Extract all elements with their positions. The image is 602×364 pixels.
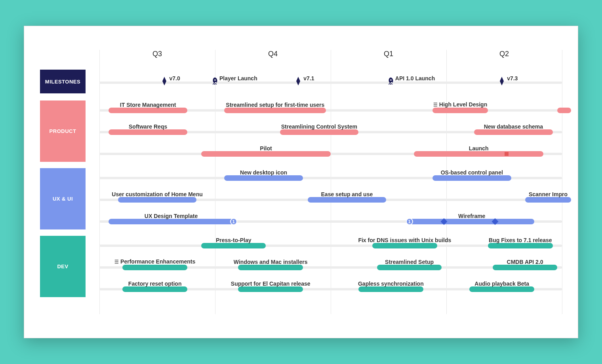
svg-marker-1 (296, 77, 300, 85)
gantt-bar[interactable] (280, 129, 359, 135)
gantt-bar[interactable] (432, 108, 488, 113)
gantt-bar[interactable] (238, 286, 303, 292)
gantt-bar[interactable] (493, 265, 558, 270)
gantt-bar-label: Audio playback Beta (474, 281, 529, 287)
filter-icon: ☰ (433, 102, 438, 108)
rocket-icon[interactable]: Player Launch (211, 77, 219, 87)
quarter-header: Q1 (384, 50, 393, 58)
gantt-bar[interactable] (469, 286, 534, 292)
gantt-bar-label: IT Store Management (120, 102, 176, 108)
gantt-bar-label: Fix for DNS issues with Unix builds (358, 237, 451, 243)
column-divider (331, 50, 331, 314)
gantt-bar[interactable] (377, 265, 442, 270)
gantt-bar-label: Streamlining Control System (281, 123, 357, 130)
milestone-label: v7.3 (507, 75, 518, 82)
gantt-bar-label: New database schema (484, 123, 543, 130)
gantt-bar-label: User customization of Home Menu (112, 191, 202, 197)
count-badge: 1 (230, 218, 237, 225)
diamond-icon[interactable]: v7.0 (161, 77, 168, 87)
lane-card: PRODUCT (40, 100, 86, 162)
filter-icon: ☰ (114, 260, 119, 265)
rocket-icon[interactable]: API 1.0 Launch (387, 77, 395, 87)
square-marker (505, 152, 509, 156)
gantt-bar[interactable] (109, 108, 187, 113)
column-divider (215, 50, 215, 314)
gantt-bar-label: UX Design Template (145, 213, 198, 219)
lane-card-milestones: MILESTONES (40, 70, 86, 93)
row-line (99, 82, 562, 84)
gantt-bar-label: New desktop icon (240, 169, 287, 176)
quarter-header: Q3 (152, 50, 162, 58)
milestone-label: Player Launch (219, 75, 257, 82)
gantt-bar-label: OS-based control panel (441, 169, 503, 176)
gantt-bar-label: CMDB API 2.0 (507, 259, 543, 265)
gantt-bar[interactable] (118, 197, 197, 203)
gantt-bar[interactable] (358, 286, 423, 292)
gantt-bar-label: ☰Performance Enhancements (114, 258, 195, 265)
diamond-icon[interactable]: v7.1 (295, 77, 302, 87)
gantt-bar[interactable] (201, 243, 266, 248)
gantt-bar-label: Windows and Mac installers (234, 259, 308, 265)
milestone-label: API 1.0 Launch (395, 75, 435, 82)
gantt-bar[interactable] (474, 129, 553, 135)
milestone-label: v7.1 (303, 75, 314, 82)
gantt-bar-label: Press-to-Play (216, 237, 251, 243)
gantt-bar[interactable] (525, 197, 572, 203)
gantt-bar-label: Streamlined setup for first-time users (226, 102, 324, 108)
lane-card: UX & UI (40, 168, 86, 229)
gantt-bar[interactable] (122, 265, 187, 270)
gantt-bar[interactable] (224, 108, 326, 113)
gantt-bar[interactable] (201, 151, 331, 157)
gantt-bar[interactable] (414, 151, 543, 157)
gantt-bar-label: Wireframe (458, 213, 485, 219)
gantt-bar[interactable] (557, 108, 571, 113)
gantt-bar-label: Support for El Capitan release (231, 281, 311, 287)
lane-card: DEV (40, 236, 86, 297)
quarter-header: Q2 (499, 50, 509, 58)
gantt-bar-label: Bug Fixes to 7.1 release (489, 237, 552, 243)
gantt-bar[interactable] (372, 243, 437, 248)
svg-marker-0 (162, 77, 166, 85)
gantt-bar[interactable] (238, 265, 303, 270)
gantt-bar[interactable] (109, 219, 233, 224)
gantt-bar-label: Scanner Impro (529, 191, 568, 197)
column-divider (99, 50, 100, 314)
milestone-label: v7.0 (170, 75, 180, 82)
count-badge: 1 (406, 218, 413, 225)
gantt-bar[interactable] (109, 129, 187, 135)
roadmap-frame: Q3Q4Q1Q2MILESTONESv7.0Player Launchv7.1A… (24, 26, 578, 338)
quarter-header: Q4 (268, 50, 278, 58)
gantt-bar[interactable] (432, 175, 511, 181)
gantt-bar-label: Launch (469, 145, 489, 152)
roadmap-canvas: Q3Q4Q1Q2MILESTONESv7.0Player Launchv7.1A… (40, 50, 562, 314)
gantt-bar-label: Pilot (260, 145, 272, 152)
gantt-bar[interactable] (122, 286, 187, 292)
gantt-bar-label: ☰High Level Design (433, 101, 487, 108)
svg-marker-2 (500, 77, 504, 85)
diamond-icon[interactable]: v7.3 (498, 77, 505, 87)
gantt-bar-label: Gapless synchronization (358, 281, 424, 287)
column-divider (446, 50, 447, 314)
gantt-bar[interactable] (488, 243, 553, 248)
column-divider (562, 50, 562, 314)
gantt-bar[interactable] (308, 197, 387, 203)
gantt-bar-label: Software Reqs (129, 123, 167, 130)
gantt-bar-label: Factory reset option (128, 281, 182, 287)
gantt-bar[interactable] (224, 175, 303, 181)
gantt-bar[interactable] (410, 219, 534, 224)
gantt-bar-label: Ease setup and use (321, 191, 373, 197)
gantt-bar-label: Streamlined Setup (385, 259, 434, 265)
